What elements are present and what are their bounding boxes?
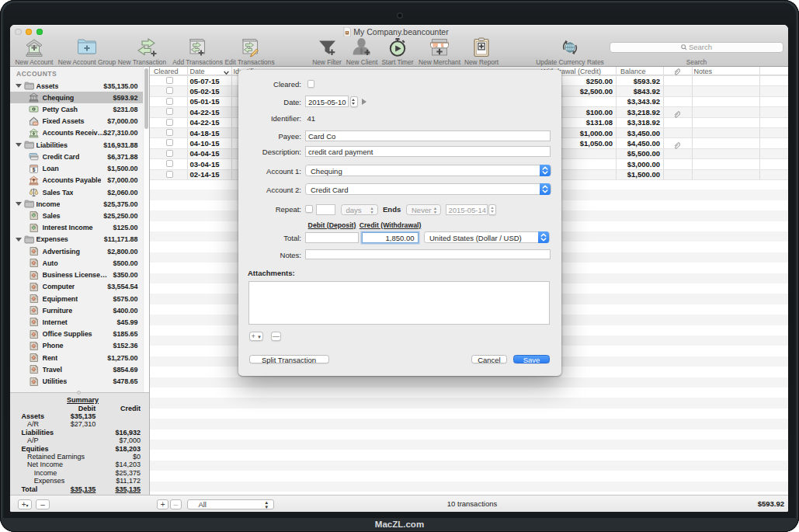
svg-text:$: $ (32, 166, 35, 172)
